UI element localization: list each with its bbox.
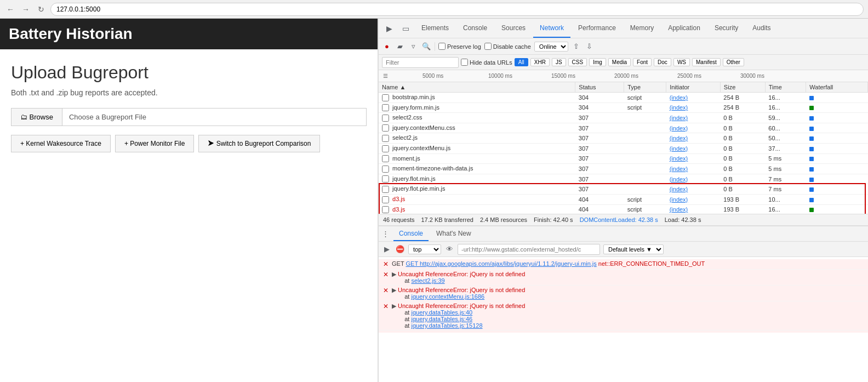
- cell-size: 193 B: [720, 204, 765, 214]
- console-block-icon[interactable]: ⛔: [395, 244, 405, 254]
- record-button[interactable]: ●: [382, 42, 392, 52]
- expand-arrow[interactable]: ▶: [392, 271, 396, 278]
- tab-console-drawer[interactable]: Console: [393, 226, 429, 241]
- filter-js-button[interactable]: JS: [552, 58, 566, 66]
- col-time[interactable]: Time: [765, 82, 806, 93]
- throttle-select[interactable]: Online: [534, 42, 568, 52]
- tab-security[interactable]: Security: [708, 19, 745, 38]
- cell-name: moment.js: [379, 153, 575, 164]
- row-checkbox[interactable]: [382, 175, 389, 183]
- console-file-link[interactable]: jquery.dataTables.js:46: [411, 316, 472, 322]
- dom-loaded-time: DOMContentLoaded: 42.38 s: [580, 216, 658, 223]
- context-select[interactable]: top: [408, 244, 441, 254]
- row-checkbox[interactable]: [382, 166, 389, 173]
- console-file-link[interactable]: jquery.dataTables.js:40: [411, 309, 472, 316]
- table-row[interactable]: jquery.contextMenu.js 307 (index) 0 B 37…: [379, 143, 868, 153]
- tab-elements[interactable]: Elements: [415, 19, 455, 38]
- compare-button[interactable]: ⮞ Switch to Bugreport Comparison: [198, 135, 320, 152]
- tab-audits[interactable]: Audits: [746, 19, 777, 38]
- row-checkbox[interactable]: [382, 206, 389, 213]
- table-row[interactable]: jquery.flot.pie.min.js 307 (index) 0 B 7…: [379, 184, 868, 195]
- export-icon[interactable]: ⇩: [585, 42, 595, 52]
- filter-manifest-button[interactable]: Manifest: [692, 58, 721, 66]
- row-checkbox[interactable]: [382, 94, 389, 101]
- reload-button[interactable]: ↻: [35, 3, 47, 15]
- filter-ws-button[interactable]: WS: [673, 58, 690, 66]
- tab-performance[interactable]: Performance: [572, 19, 623, 38]
- console-link[interactable]: GET http://ajax.googleapis.com/ajax/libs…: [406, 260, 596, 267]
- power-monitor-button[interactable]: + Power Monitor File: [115, 135, 194, 152]
- inspect-icon[interactable]: ▶: [382, 21, 396, 36]
- disable-cache-checkbox[interactable]: [484, 43, 492, 50]
- row-checkbox[interactable]: [382, 145, 389, 152]
- console-exec-icon[interactable]: ▶: [382, 244, 392, 254]
- expand-arrow[interactable]: ▶: [392, 303, 396, 310]
- filter-other-button[interactable]: Other: [723, 58, 744, 66]
- row-checkbox[interactable]: [382, 155, 389, 162]
- filter-doc-button[interactable]: Doc: [654, 58, 671, 66]
- console-file-link[interactable]: jquery.dataTables.js:15128: [411, 322, 482, 329]
- row-checkbox[interactable]: [382, 104, 389, 111]
- cell-size: 0 B: [720, 113, 765, 123]
- table-row[interactable]: select2.js 307 (index) 0 B 50...: [379, 133, 868, 144]
- tab-console[interactable]: Console: [456, 19, 494, 38]
- back-button[interactable]: ←: [4, 3, 16, 15]
- col-initiator[interactable]: Initiator: [666, 82, 721, 93]
- kernel-trace-button[interactable]: + Kernel Wakesource Trace: [11, 135, 111, 152]
- console-menu-icon: ⋮: [382, 230, 389, 238]
- device-icon[interactable]: ▭: [398, 21, 413, 36]
- col-name[interactable]: Name ▲: [379, 82, 575, 93]
- clear-button[interactable]: ▰: [395, 42, 405, 52]
- col-waterfall[interactable]: Waterfall: [806, 82, 868, 93]
- filter-media-button[interactable]: Media: [608, 58, 631, 66]
- table-row[interactable]: jquery.form.min.js 304 script (index) 25…: [379, 102, 868, 113]
- row-checkbox[interactable]: [382, 186, 389, 193]
- eye-icon[interactable]: 👁: [444, 244, 454, 254]
- tab-memory[interactable]: Memory: [624, 19, 660, 38]
- preserve-log-checkbox[interactable]: [438, 43, 446, 50]
- console-text: GET GET https://www.google.com/jsapi net…: [392, 332, 606, 333]
- filter-input[interactable]: [382, 57, 459, 68]
- console-file-link[interactable]: jquery.contextMenu.js:1686: [411, 293, 484, 300]
- table-row[interactable]: bootstrap.min.js 304 script (index) 254 …: [379, 93, 868, 103]
- address-bar[interactable]: [50, 3, 864, 16]
- console-link[interactable]: GET https://www.google.com/jsapi: [406, 332, 497, 333]
- cell-initiator: (index): [666, 194, 721, 204]
- table-row[interactable]: jquery.flot.min.js 307 (index) 0 B 7 ms: [379, 174, 868, 184]
- console-filter-input[interactable]: [458, 244, 600, 255]
- filter-font-button[interactable]: Font: [633, 58, 652, 66]
- table-row[interactable]: moment-timezone-with-data.js 307 (index)…: [379, 164, 868, 174]
- forward-button[interactable]: →: [20, 3, 32, 15]
- search-icon[interactable]: 🔍: [421, 42, 431, 52]
- expand-arrow[interactable]: ▶: [392, 287, 396, 294]
- col-type[interactable]: Type: [624, 82, 666, 93]
- tab-network[interactable]: Network: [533, 19, 570, 38]
- filter-xhr-button[interactable]: XHR: [530, 58, 550, 66]
- filter-img-button[interactable]: Img: [589, 58, 606, 66]
- import-icon[interactable]: ⇧: [572, 42, 581, 52]
- filter-css-button[interactable]: CSS: [568, 58, 587, 66]
- row-checkbox[interactable]: [382, 115, 389, 122]
- filter-all-button[interactable]: All: [515, 58, 528, 66]
- col-status[interactable]: Status: [575, 82, 624, 93]
- row-checkbox[interactable]: [382, 196, 389, 203]
- col-size[interactable]: Size: [720, 82, 765, 93]
- filter-icon[interactable]: ▿: [408, 42, 418, 52]
- row-checkbox[interactable]: [382, 124, 389, 132]
- row-checkbox[interactable]: [382, 135, 389, 142]
- table-row[interactable]: d3.js 404 script (index) 193 B 16...: [379, 204, 868, 214]
- hide-data-urls-checkbox[interactable]: [461, 59, 468, 66]
- tab-application[interactable]: Application: [661, 19, 707, 38]
- table-row[interactable]: select2.css 307 (index) 0 B 59...: [379, 113, 868, 123]
- browse-button[interactable]: 🗂 Browse: [11, 108, 62, 126]
- tab-whats-new[interactable]: What's New: [431, 226, 477, 241]
- cell-time: 10...: [765, 194, 806, 204]
- network-rows: bootstrap.min.js 304 script (index) 254 …: [379, 93, 868, 214]
- table-row[interactable]: jquery.contextMenu.css 307 (index) 0 B 6…: [379, 123, 868, 133]
- console-file-link[interactable]: select2.js:39: [411, 277, 444, 284]
- table-row[interactable]: moment.js 307 (index) 0 B 5 ms: [379, 153, 868, 164]
- tab-sources[interactable]: Sources: [495, 19, 532, 38]
- cell-time: 16...: [765, 102, 806, 113]
- levels-select[interactable]: Default levels ▼: [603, 244, 664, 254]
- table-row[interactable]: d3.js 404 script (index) 193 B 10...: [379, 194, 868, 204]
